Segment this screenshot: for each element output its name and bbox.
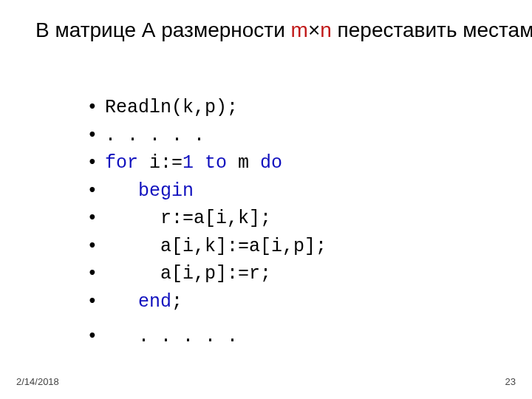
- bullet-icon: •: [80, 93, 105, 119]
- code-line: •Readln(k,p);: [80, 93, 327, 121]
- code-line: • a[i,p]:=r;: [80, 259, 327, 287]
- code-segment: ;: [171, 290, 183, 316]
- code-line: • . . . . .: [80, 322, 327, 350]
- bullet-icon: •: [80, 322, 105, 348]
- bullet-icon: •: [80, 259, 105, 285]
- title-segment: m: [291, 18, 308, 41]
- slide-title: В матрице А размерности m×n переставить …: [35, 18, 497, 43]
- code-line: • begin: [80, 177, 327, 205]
- code-segment: 1: [183, 151, 194, 177]
- bullet-icon: •: [80, 177, 105, 202]
- bullet-icon: •: [80, 232, 105, 258]
- bullet-icon: •: [80, 121, 105, 147]
- code-segment: [105, 290, 138, 316]
- code-line: •. . . . .: [80, 121, 327, 149]
- code-segment: . . . . .: [105, 324, 238, 350]
- code-segment: . . . . .: [105, 123, 205, 149]
- code-segment: do: [260, 151, 282, 177]
- title-segment: ×: [308, 18, 320, 41]
- code-segment: a[i,k]:=a[i,p];: [105, 234, 327, 260]
- code-segment: Readln(k,p);: [105, 95, 238, 121]
- code-segment: to: [205, 151, 227, 177]
- title-segment: n: [320, 18, 332, 41]
- bullet-icon: •: [80, 287, 105, 313]
- code-block: •Readln(k,p);•. . . . .•for i:=1 to m do…: [80, 93, 327, 350]
- footer-page-number: 23: [505, 376, 516, 387]
- bullet-icon: •: [80, 204, 105, 230]
- code-line: • end;: [80, 287, 327, 316]
- code-line: •for i:=1 to m do: [80, 149, 327, 177]
- slide: В матрице А размерности m×n переставить …: [0, 0, 532, 399]
- title-segment: В матрице А размерности: [35, 18, 291, 41]
- code-segment: m: [227, 151, 260, 177]
- code-segment: r:=a[i,k];: [105, 206, 271, 232]
- code-segment: end: [138, 290, 171, 316]
- title-segment: переставить местами два столбца с номера…: [332, 18, 532, 41]
- code-segment: a[i,p]:=r;: [105, 262, 271, 287]
- bullet-icon: •: [80, 149, 105, 174]
- code-segment: begin: [138, 179, 194, 205]
- code-segment: [194, 151, 205, 177]
- footer-date: 2/14/2018: [16, 376, 59, 387]
- code-line: • r:=a[i,k];: [80, 204, 327, 232]
- code-segment: for: [105, 151, 138, 177]
- code-line: • a[i,k]:=a[i,p];: [80, 232, 327, 260]
- code-gap: [80, 315, 327, 322]
- code-segment: [105, 179, 138, 205]
- code-segment: i:=: [138, 151, 183, 177]
